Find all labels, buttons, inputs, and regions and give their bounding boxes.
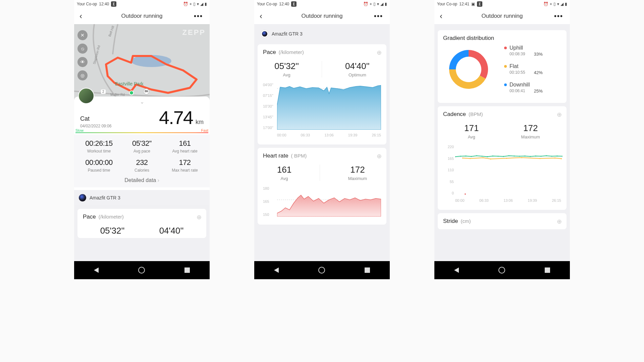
map-privacy-button[interactable]: ⦸ [77, 44, 88, 54]
y-tick: 04'00'' [263, 83, 273, 87]
carrier-label: Your Co-op [437, 2, 457, 6]
chevron-right-icon: › [157, 177, 159, 183]
page-title: Outdoor running [121, 13, 163, 19]
zoom-icon[interactable]: ⊕ [197, 214, 202, 221]
android-nav-bar [74, 261, 210, 279]
stat-label: Workout time [77, 149, 120, 154]
card-title: Pace [83, 214, 96, 220]
device-row[interactable]: Amazfit GTR 3 [254, 24, 390, 41]
user-avatar[interactable] [78, 88, 94, 104]
card-title: Pace [263, 49, 276, 56]
more-button[interactable]: ••• [374, 12, 383, 20]
card-title: Stride [443, 218, 458, 225]
nav-back-icon[interactable] [454, 267, 459, 273]
nav-home-icon[interactable] [498, 267, 505, 274]
nav-back-icon[interactable] [94, 267, 99, 273]
stride-card: Stride (cm) ⊕ [438, 213, 567, 229]
y-tick: 180 [263, 186, 269, 190]
app-header: ‹ Outdoor running ••• [254, 8, 390, 24]
y-tick: 165 [263, 199, 269, 203]
pace-chart [277, 83, 381, 130]
more-button[interactable]: ••• [554, 12, 563, 20]
phone-3: Your Co-op 12:41 ▣ Σ ⏰ ⌖ ▯ ▾ ◢ ▮ ‹ Outdo… [434, 0, 570, 279]
app-header: ‹ Outdoor running ••• [74, 8, 210, 24]
map-locate-button[interactable]: ◎ [77, 70, 88, 80]
x-tick: 19:39 [528, 198, 537, 202]
distance-value: 4.74 [159, 107, 193, 128]
stat-label: Avg heart rate [163, 149, 206, 154]
y-tick: 110 [443, 168, 454, 172]
y-tick: 220 [443, 145, 454, 149]
card-title: Gradient distribution [443, 35, 494, 42]
map-layers-button[interactable]: ✕ [77, 30, 88, 40]
app-badge-icon: Σ [111, 1, 116, 7]
card-subtitle: (/kilometer) [99, 214, 124, 220]
app-header: ‹ Outdoor running ••• [434, 8, 570, 24]
app-badge-icon: Σ [477, 1, 482, 7]
stat-value: 172 [163, 158, 206, 167]
vibrate-icon: ▯ [373, 2, 376, 6]
zoom-icon[interactable]: ⊕ [377, 49, 382, 56]
nav-home-icon[interactable] [318, 267, 325, 274]
battery-icon: ▮ [565, 2, 567, 6]
wifi-icon: ▾ [557, 2, 559, 6]
nav-recent-icon[interactable] [365, 267, 370, 273]
pace-avg-value: 05'32'' [274, 61, 299, 71]
heart-rate-card: Heart rate ( BPM) ⊕ 161Avg 172Maximum 18… [258, 148, 386, 225]
svg-point-34 [465, 193, 466, 195]
cadence-chart [455, 145, 562, 195]
back-button[interactable]: ‹ [440, 11, 442, 21]
stat-label: Max heart rate [163, 168, 206, 173]
sheet-handle-icon[interactable]: ⌄ [140, 99, 144, 105]
pace-fast-label: Fast [201, 128, 208, 132]
alarm-icon: ⏰ [363, 2, 368, 6]
cadence-card: Cadence (BPM) ⊕ 171Avg 172Maximum 220 16… [438, 106, 567, 210]
datetime-label: 04/02/2022 09:06 [80, 124, 111, 128]
route-end-marker: 🏁 [143, 88, 149, 95]
y-tick: 10'30'' [263, 104, 273, 108]
y-tick: 07'15'' [263, 94, 273, 98]
username-label: Cat [80, 115, 111, 122]
map-park-label: Eastville Park [115, 81, 144, 86]
status-bar: Your Co-op 12:40 Σ ⏰ ⌖ ▯ ▾ ◢ ▮ [254, 0, 390, 8]
location-icon: ⌖ [190, 2, 192, 6]
more-button[interactable]: ••• [194, 12, 203, 20]
nav-home-icon[interactable] [138, 267, 145, 274]
hr-max-value: 172 [348, 165, 367, 175]
pace-card: Pace (/kilometer) ⊕ 05'32''Avg 04'40''Op… [258, 44, 386, 144]
wifi-icon: ▾ [197, 2, 199, 6]
detailed-data-button[interactable]: Detailed data› [74, 173, 210, 187]
route-map[interactable]: ZEPP Eastville Park Stapleton Rd Muller … [74, 24, 210, 101]
signal-icon: ◢ [200, 2, 203, 6]
zoom-icon[interactable]: ⊕ [557, 218, 562, 225]
gradient-legend: Uphill 00:08:3933%Flat 00:10:5542%Downhi… [504, 45, 543, 94]
x-tick: 06:33 [301, 133, 310, 137]
hr-max-label: Maximum [348, 176, 367, 181]
clock-label: 12:40 [99, 2, 109, 6]
status-bar: Your Co-op 12:41 ▣ Σ ⏰ ⌖ ▯ ▾ ◢ ▮ [434, 0, 570, 8]
map-view-button[interactable]: 👁 [77, 57, 88, 67]
zoom-icon[interactable]: ⊕ [557, 111, 562, 118]
nav-recent-icon[interactable] [545, 267, 550, 273]
alarm-icon: ⏰ [183, 2, 188, 6]
nav-back-icon[interactable] [274, 267, 279, 273]
back-button[interactable]: ‹ [260, 11, 262, 21]
zoom-icon[interactable]: ⊕ [377, 153, 382, 160]
cadence-avg-value: 171 [464, 123, 479, 133]
nav-recent-icon[interactable] [184, 267, 190, 273]
detailed-label: Detailed data [124, 177, 156, 183]
stat-label: Calories [120, 168, 163, 173]
distance-unit: km [196, 119, 204, 126]
cadence-avg-label: Avg [464, 134, 479, 139]
pace-card-preview[interactable]: Pace (/kilometer) ⊕ 05'32'' 04'40'' [77, 209, 206, 238]
hr-avg-label: Avg [277, 176, 291, 181]
y-tick: 150 [263, 213, 269, 217]
pace-slow-label: Slow [75, 128, 84, 132]
wifi-icon: ▾ [377, 2, 379, 6]
location-icon: ⌖ [370, 2, 372, 6]
app-badge-icon: Σ [291, 1, 297, 7]
device-row[interactable]: Amazfit GTR 3 [74, 190, 210, 205]
android-nav-bar [434, 261, 570, 279]
x-tick: 06:33 [479, 198, 489, 202]
back-button[interactable]: ‹ [79, 11, 82, 21]
